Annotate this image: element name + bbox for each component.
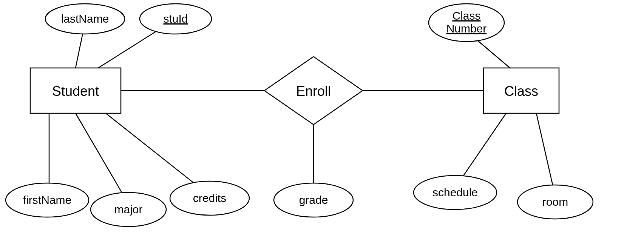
attr-stuid-label: stuId bbox=[163, 12, 188, 25]
relationship-enroll: Enroll bbox=[264, 57, 363, 125]
er-diagram: lastName stuId firstName major credits g… bbox=[0, 0, 644, 245]
entity-student: Student bbox=[30, 68, 121, 113]
attr-schedule-label: schedule bbox=[432, 186, 478, 199]
attr-classnumber-label2: Number bbox=[446, 22, 487, 35]
attr-firstname: firstName bbox=[6, 183, 89, 217]
attr-classnumber-label1: Class bbox=[452, 9, 480, 22]
attr-room-label: room bbox=[542, 196, 568, 208]
attr-lastname: lastName bbox=[45, 4, 125, 34]
attr-credits-label: credits bbox=[193, 192, 226, 204]
edge-student-major bbox=[76, 113, 128, 204]
attr-schedule: schedule bbox=[414, 176, 497, 210]
attr-grade: grade bbox=[274, 183, 353, 217]
entity-class: Class bbox=[483, 68, 559, 113]
edge-student-credits bbox=[106, 113, 206, 193]
attr-credits: credits bbox=[170, 181, 249, 215]
attr-classnumber: Class Number bbox=[429, 4, 504, 42]
attr-lastname-label: lastName bbox=[61, 12, 109, 25]
relationship-enroll-label: Enroll bbox=[296, 83, 331, 99]
attr-major: major bbox=[91, 193, 166, 227]
attr-room: room bbox=[517, 185, 593, 219]
entity-student-label: Student bbox=[52, 83, 99, 99]
attr-firstname-label: firstName bbox=[23, 194, 71, 206]
attr-major-label: major bbox=[114, 203, 142, 216]
edge-class-room bbox=[536, 113, 555, 196]
attr-stuid: stuId bbox=[140, 4, 212, 34]
edge-class-schedule bbox=[457, 113, 506, 185]
attr-grade-label: grade bbox=[299, 194, 328, 206]
entity-class-label: Class bbox=[504, 83, 538, 99]
